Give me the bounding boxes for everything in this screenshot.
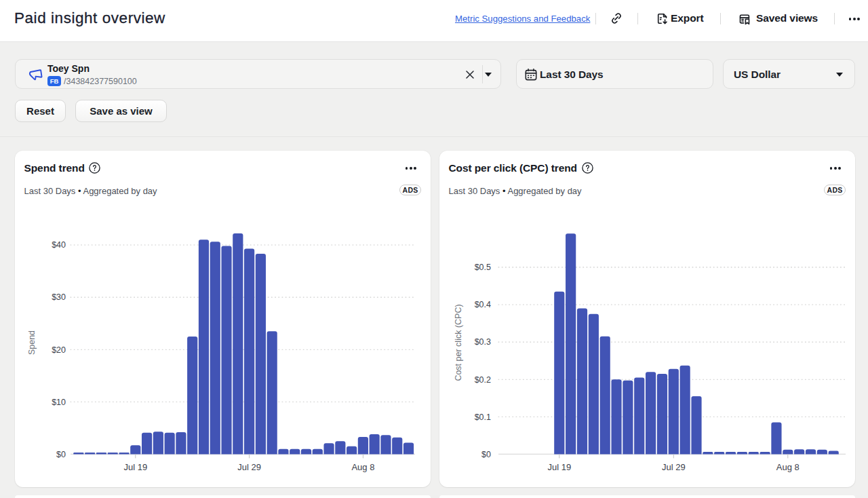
svg-text:$0.1: $0.1	[475, 413, 491, 422]
svg-text:Aug 8: Aug 8	[351, 462, 374, 472]
svg-text:Jul 19: Jul 19	[123, 462, 147, 472]
svg-text:$0.3: $0.3	[475, 337, 491, 347]
svg-text:Cost per click (CPC): Cost per click (CPC)	[454, 304, 463, 381]
svg-text:$20: $20	[52, 345, 66, 355]
svg-text:$40: $40	[52, 240, 66, 250]
svg-text:$0: $0	[481, 450, 491, 459]
svg-text:Spend: Spend	[27, 330, 37, 355]
svg-text:Jul 29: Jul 29	[237, 462, 261, 472]
svg-text:$10: $10	[52, 398, 66, 407]
svg-text:$0.2: $0.2	[475, 375, 491, 385]
svg-text:$0: $0	[56, 450, 66, 459]
svg-text:Jul 19: Jul 19	[547, 462, 571, 472]
svg-text:$0.4: $0.4	[475, 300, 491, 309]
svg-text:Aug 8: Aug 8	[776, 462, 800, 472]
svg-text:$30: $30	[52, 292, 66, 302]
svg-text:Jul 29: Jul 29	[662, 462, 686, 472]
svg-text:$0.5: $0.5	[475, 263, 491, 272]
